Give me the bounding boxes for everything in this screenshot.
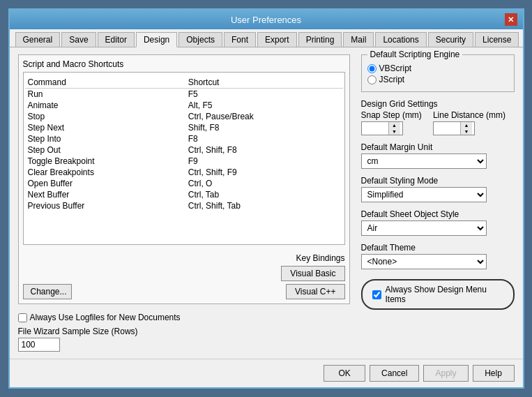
snap-step-down[interactable]: ▼ xyxy=(389,128,400,135)
shortcut-cell: Ctrl, O xyxy=(185,178,343,189)
shortcuts-table-container: Command Shortcut RunF5AnimateAlt, F5Stop… xyxy=(23,72,345,245)
bottom-left: Always Use Logfiles for New Documents Fi… xyxy=(18,313,350,352)
snap-step-up[interactable]: ▲ xyxy=(389,122,400,128)
table-row: Step IntoF8 xyxy=(25,133,343,144)
command-cell: Toggle Breakpoint xyxy=(25,156,185,167)
tab-locations[interactable]: Locations xyxy=(375,32,426,47)
default-theme-label: Default Theme xyxy=(361,243,515,253)
snap-step-field: Snap Step (mm) 1 ▲ ▼ xyxy=(361,110,422,135)
always-logfiles-row: Always Use Logfiles for New Documents xyxy=(18,313,350,322)
grid-settings-section: Design Grid Settings Snap Step (mm) 1 ▲ … xyxy=(361,99,515,135)
sheet-object-style-section: Default Sheet Object Style Air Classic O… xyxy=(361,209,515,236)
tab-mail[interactable]: Mail xyxy=(343,32,374,47)
command-cell: Stop xyxy=(25,111,185,122)
table-row: Step OutCtrl, Shift, F8 xyxy=(25,144,343,156)
left-panel: Script and Macro Shortcuts Command Short… xyxy=(18,54,350,352)
apply-button[interactable]: Apply xyxy=(423,365,468,382)
margin-unit-section: Default Margin Unit cm mm inch xyxy=(361,142,515,169)
tab-objects[interactable]: Objects xyxy=(178,32,222,47)
command-cell: Previous Buffer xyxy=(25,200,185,211)
visual-basic-button[interactable]: Visual Basic xyxy=(281,266,344,281)
table-row: Next BufferCtrl, Tab xyxy=(25,189,343,200)
sheet-object-style-select[interactable]: Air Classic Office Bordered xyxy=(361,220,487,236)
snap-step-label: Snap Step (mm) xyxy=(361,110,422,120)
always-logfiles-checkbox[interactable] xyxy=(18,313,27,322)
table-row: Clear BreakpointsCtrl, Shift, F9 xyxy=(25,167,343,178)
scripting-engine-label: Default Scripting Engine xyxy=(367,50,463,59)
tab-security[interactable]: Security xyxy=(428,32,473,47)
help-button[interactable]: Help xyxy=(473,365,515,382)
line-distance-label: Line Distance (mm) xyxy=(433,110,506,120)
line-distance-down[interactable]: ▼ xyxy=(461,128,472,135)
always-show-checkbox[interactable] xyxy=(372,290,381,299)
jscript-label: JScript xyxy=(379,75,405,84)
shortcut-cell: Ctrl, Shift, F8 xyxy=(185,144,343,156)
command-cell: Run xyxy=(25,89,185,100)
tab-save[interactable]: Save xyxy=(61,32,96,47)
tab-printing[interactable]: Printing xyxy=(298,32,342,47)
right-panel: Default Scripting Engine VBScript JScrip… xyxy=(361,54,515,352)
command-cell: Open Buffer xyxy=(25,178,185,189)
margin-unit-label: Default Margin Unit xyxy=(361,142,515,152)
line-distance-spinner: 20 ▲ ▼ xyxy=(433,121,475,135)
key-bindings-section: Key Bindings Visual Basic Visual C++ xyxy=(281,253,344,299)
title-bar: User Preferences ✕ xyxy=(10,10,523,29)
content-area: Script and Macro Shortcuts Command Short… xyxy=(10,47,523,359)
command-cell: Clear Breakpoints xyxy=(25,167,185,178)
table-row: AnimateAlt, F5 xyxy=(25,100,343,111)
command-cell: Next Buffer xyxy=(25,189,185,200)
command-cell: Animate xyxy=(25,100,185,111)
vbscript-label: VBScript xyxy=(379,63,412,73)
close-button[interactable]: ✕ xyxy=(505,13,517,26)
table-row: StopCtrl, Pause/Break xyxy=(25,111,343,122)
always-show-section: Always Show Design Menu Items xyxy=(361,279,515,310)
table-row: RunF5 xyxy=(25,89,343,100)
shortcut-cell: Ctrl, Tab xyxy=(185,189,343,200)
file-wizard-input[interactable]: 100 xyxy=(18,338,60,352)
margin-unit-select[interactable]: cm mm inch xyxy=(361,153,487,169)
shortcut-cell: F9 xyxy=(185,156,343,167)
tab-export[interactable]: Export xyxy=(257,32,297,47)
tab-editor[interactable]: Editor xyxy=(98,32,135,47)
jscript-radio[interactable] xyxy=(367,75,377,84)
shortcut-cell: Alt, F5 xyxy=(185,100,343,111)
tab-bar: General Save Editor Design Objects Font … xyxy=(10,29,523,47)
col-header-command: Command xyxy=(25,77,185,89)
col-header-shortcut: Shortcut xyxy=(185,77,343,89)
shortcut-cell: Ctrl, Shift, Tab xyxy=(185,200,343,211)
snap-step-spinner: 1 ▲ ▼ xyxy=(361,121,403,135)
change-button[interactable]: Change... xyxy=(23,284,72,299)
tab-license[interactable]: License xyxy=(475,32,519,47)
line-distance-up[interactable]: ▲ xyxy=(461,122,472,128)
shortcut-cell: Ctrl, Shift, F9 xyxy=(185,167,343,178)
file-wizard-label: File Wizard Sample Size (Rows) xyxy=(18,327,350,336)
table-row: Step NextShift, F8 xyxy=(25,122,343,133)
shortcuts-group: Script and Macro Shortcuts Command Short… xyxy=(18,54,350,304)
cancel-button[interactable]: Cancel xyxy=(370,365,419,382)
user-preferences-dialog: User Preferences ✕ General Save Editor D… xyxy=(8,8,524,389)
snap-step-input[interactable]: 1 xyxy=(362,122,388,135)
jscript-row: JScript xyxy=(367,75,508,84)
styling-mode-select[interactable]: Simplified Advanced xyxy=(361,187,487,202)
footer: OK Cancel Apply Help xyxy=(10,359,523,387)
shortcut-cell: Ctrl, Pause/Break xyxy=(185,111,343,122)
grid-settings-label: Design Grid Settings xyxy=(361,99,515,109)
visual-cpp-button[interactable]: Visual C++ xyxy=(286,284,344,299)
tab-design[interactable]: Design xyxy=(136,32,177,47)
default-theme-select[interactable]: <None> xyxy=(361,254,487,269)
always-show-label: Always Show Design Menu Items xyxy=(386,285,503,304)
tab-font[interactable]: Font xyxy=(224,32,256,47)
snap-step-arrows: ▲ ▼ xyxy=(388,122,400,135)
table-row: Open BufferCtrl, O xyxy=(25,178,343,189)
line-distance-arrows: ▲ ▼ xyxy=(460,122,472,135)
line-distance-input[interactable]: 20 xyxy=(434,122,460,135)
styling-mode-section: Default Styling Mode Simplified Advanced xyxy=(361,176,515,202)
default-theme-section: Default Theme <None> xyxy=(361,243,515,269)
scripting-engine-group: Default Scripting Engine VBScript JScrip… xyxy=(361,54,515,92)
tab-general[interactable]: General xyxy=(15,32,61,47)
sheet-object-style-label: Default Sheet Object Style xyxy=(361,209,515,219)
ok-button[interactable]: OK xyxy=(324,365,365,382)
vbscript-radio[interactable] xyxy=(367,64,377,73)
dialog-title: User Preferences xyxy=(28,15,505,25)
grid-settings-fields: Snap Step (mm) 1 ▲ ▼ Line Distance (mm) xyxy=(361,110,515,135)
